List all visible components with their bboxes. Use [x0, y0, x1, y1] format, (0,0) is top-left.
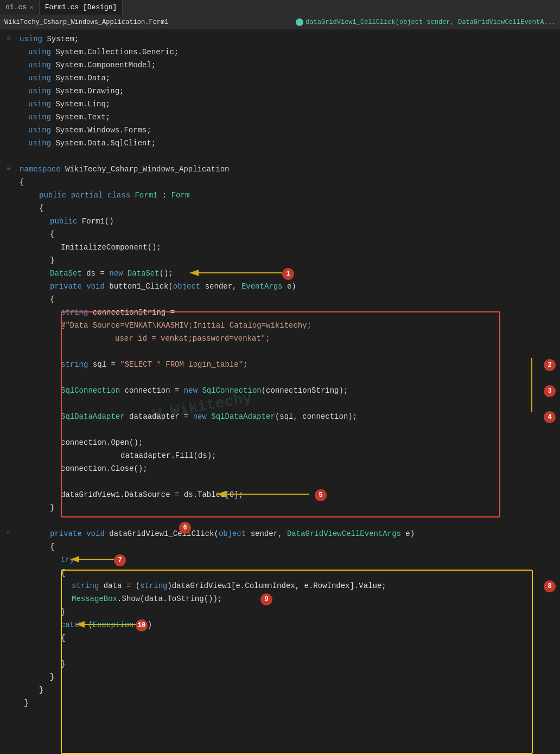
- gutter-brace2: [0, 202, 17, 203]
- gutter-sqladapt: [0, 411, 17, 412]
- badge-10: 10: [136, 619, 148, 631]
- content-catch: catch (Exception ex): [17, 619, 560, 631]
- gutter-brace6: [0, 502, 17, 503]
- code-line-brace12: }: [0, 670, 560, 683]
- code-line-strdata: string data = (string)dataGridView1[e.Co…: [0, 579, 560, 592]
- code-line-class: public partial class Form1 : Form: [0, 189, 560, 202]
- badge-6: 6: [179, 522, 191, 534]
- content-fill: dataadapter.Fill(ds);: [17, 450, 560, 462]
- content-empty3: [17, 398, 560, 410]
- code-area: W Wikitechy ⊖ using System; using System…: [0, 29, 560, 751]
- code-line-2: using System.Collections.Generic;: [0, 46, 560, 59]
- content-brace12: }: [17, 671, 560, 683]
- gutter-brace3: [0, 228, 17, 229]
- code-line-empty4: [0, 423, 560, 436]
- gutter-brace13: [0, 684, 17, 685]
- content-empty4: [17, 424, 560, 436]
- code-line-brace1: {: [0, 176, 560, 189]
- content-open: connection.Open();: [17, 437, 560, 449]
- code-line-ctor: public Form1(): [0, 215, 560, 228]
- content-8: using System.Windows.Forms;: [17, 124, 560, 136]
- content-brace3: {: [17, 228, 560, 240]
- code-line-datasource: dataGridView1.DataSource = ds.Tables[0];…: [0, 488, 560, 501]
- gutter-btn1: [0, 280, 17, 282]
- code-line-brace6: }: [0, 501, 560, 514]
- gutter-catchbody: [0, 645, 17, 646]
- code-line-brace11: }: [0, 657, 560, 670]
- code-line-5: using System.Drawing;: [0, 85, 560, 98]
- gutter-cellclick: ⊖: [0, 528, 17, 537]
- content-catchbody: [17, 645, 560, 657]
- gutter-brace11: [0, 658, 17, 659]
- content-btn1: private void button1_Click(object sender…: [17, 280, 560, 292]
- code-line-7: using System.Text;: [0, 111, 560, 124]
- content-brace11: }: [17, 658, 560, 670]
- content-datasource: dataGridView1.DataSource = ds.Tables[0];: [17, 489, 560, 501]
- tab-n1cs[interactable]: n1.cs ✕: [0, 0, 40, 15]
- code-line-try: try 7: [0, 553, 560, 566]
- code-line-fill: dataadapter.Fill(ds);: [0, 449, 560, 462]
- content-try: try: [17, 554, 560, 566]
- content-sql: string sql = "SELECT * FROM login_table"…: [17, 359, 560, 370]
- code-line-ns: ⊖ namespace WikiTechy_Csharp_Windows_App…: [0, 163, 560, 176]
- content-brace1: {: [17, 176, 560, 188]
- code-line-brace8: {: [0, 566, 560, 579]
- content-connstr2: @"Data Source=VENKAT\KAASHIV;Initial Cat…: [17, 320, 560, 331]
- gutter-fill: [0, 450, 17, 451]
- gutter-ctor: [0, 215, 17, 216]
- code-line-empty1: [0, 345, 560, 358]
- content-brace9: }: [17, 606, 560, 618]
- tab-n1cs-close[interactable]: ✕: [30, 4, 34, 11]
- gutter-class: [0, 189, 17, 190]
- code-line-sql: string sql = "SELECT * FROM login_table"…: [0, 358, 560, 371]
- code-line-empty2: [0, 371, 560, 384]
- gutter-8: [0, 124, 17, 125]
- code-line-brace10: {: [0, 631, 560, 644]
- nav-right: dataGridView1_CellClick(object sender, D…: [291, 18, 560, 26]
- gutter-brace9: [0, 606, 17, 607]
- content-empty5: [17, 476, 560, 488]
- content-class: public partial class Form1 : Form: [17, 189, 560, 201]
- tab-form1design[interactable]: Form1.cs [Design]: [40, 0, 123, 15]
- gutter-connstr3: [0, 333, 17, 334]
- gutter-empty3: [0, 398, 17, 399]
- code-line-6: using System.Linq;: [0, 98, 560, 111]
- gutter-connstr1: [0, 306, 17, 308]
- content-brace7: {: [17, 541, 560, 553]
- gutter-brace7: [0, 541, 17, 542]
- tab-form1design-label: Form1.cs [Design]: [45, 3, 117, 11]
- gutter-3: [0, 59, 17, 60]
- code-line-empty6: [0, 514, 560, 527]
- code-line-9: using System.Data.SqlClient;: [0, 137, 560, 150]
- code-line-1: ⊖ using System;: [0, 33, 560, 46]
- gutter-brace12: [0, 671, 17, 672]
- nav-left: WikiTechy_Csharp_Windows_Application.For…: [0, 18, 291, 26]
- code-line-brace5: {: [0, 293, 560, 306]
- content-connstr1: string connectionString =: [17, 306, 560, 318]
- badge-8: 8: [544, 580, 556, 592]
- code-line-brace4: }: [0, 254, 560, 267]
- gutter-strdata: [0, 580, 17, 581]
- badge-3: 3: [544, 385, 556, 397]
- gutter-open: [0, 437, 17, 438]
- content-4: using System.Data;: [17, 72, 560, 84]
- gutter-dataset: [0, 267, 17, 269]
- gutter-brace4: [0, 254, 17, 255]
- code-line-empty3: [0, 397, 560, 410]
- code-line-dataset: DataSet ds = new DataSet(); 1: [0, 267, 560, 280]
- gutter-catch: [0, 619, 17, 620]
- code-line-close: connection.Close();: [0, 462, 560, 475]
- content-brace5: {: [17, 293, 560, 305]
- code-line-brace9: }: [0, 605, 560, 618]
- code-line-btn1: private void button1_Click(object sender…: [0, 280, 560, 293]
- badge-7: 7: [114, 554, 126, 566]
- gutter-brace5: [0, 293, 17, 295]
- gutter-init: [0, 241, 17, 242]
- gutter-sqlconn: [0, 385, 17, 386]
- gutter-brace10: [0, 632, 17, 633]
- tab-n1cs-label: n1.cs: [5, 3, 27, 11]
- badge-4-right: 4: [544, 411, 556, 423]
- gutter-1: ⊖: [0, 33, 17, 42]
- badge-2: 2: [544, 359, 556, 371]
- gutter-empty4: [0, 424, 17, 425]
